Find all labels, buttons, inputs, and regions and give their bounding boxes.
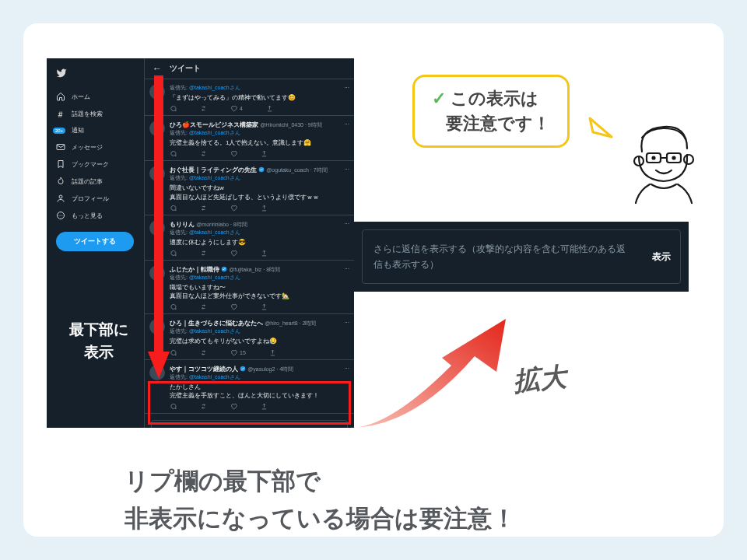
reply-action[interactable] (170, 349, 177, 356)
retweet-action[interactable] (200, 250, 207, 257)
nav-more[interactable]: もっと見る (50, 207, 141, 224)
nav-profile[interactable]: プロフィール (50, 190, 141, 207)
hash-icon: ＃ (56, 109, 65, 118)
like-action[interactable] (230, 205, 237, 212)
share-action[interactable] (261, 150, 268, 157)
retweet-action[interactable] (200, 403, 207, 410)
tweet-item[interactable]: ···ふじたか｜転職侍 @fujitaka_biz · 8時間返信先: @tak… (145, 261, 354, 314)
tweet-item[interactable]: ···おぐ社長｜ライティングの先生 @ogutaku_coach · 7時間返信… (145, 161, 354, 215)
share-action[interactable] (266, 105, 273, 112)
heart-icon (230, 105, 237, 112)
svg-point-5 (62, 215, 63, 216)
mail-icon (56, 142, 65, 152)
main-caption-line2: 非表示になっている場合は要注意！ (124, 505, 516, 532)
hidden-replies-box-small[interactable]: さらに返信を表示する（攻撃的な内容を含む可能性のある返信も表示する） 表示 (151, 420, 348, 428)
tweet-author: おぐ社長｜ライティングの先生 (170, 166, 257, 173)
tweet-item[interactable]: ···ひろ｜生きづらさに悩むあなたへ @hiro_heart8 · 2時間返信先… (145, 314, 354, 359)
verified-badge-icon (240, 366, 246, 372)
compose-tweet-button[interactable]: ツイートする (56, 232, 134, 251)
share-action[interactable] (261, 403, 268, 410)
nav-profile-label: プロフィール (72, 194, 109, 203)
tweet-body: 「まずはやってみる」の精神で動いてます😊 (170, 93, 348, 102)
like-action[interactable] (230, 250, 237, 257)
avatar-icon (149, 365, 165, 380)
tweet-author: ひろ｜生きづらさに悩むあなたへ (170, 320, 263, 327)
retweet-action[interactable] (200, 349, 207, 356)
tweet-author: ふじたか｜転職侍 (170, 266, 219, 273)
tweet-more-icon[interactable]: ··· (344, 220, 349, 227)
reply-action[interactable] (170, 303, 177, 310)
nav-explore-label: 話題を検索 (72, 110, 103, 118)
reply-action[interactable] (170, 205, 177, 212)
tweet-more-icon[interactable]: ··· (344, 121, 349, 128)
avatar-icon (149, 84, 165, 100)
retweet-icon (200, 250, 207, 257)
share-action[interactable] (269, 349, 276, 356)
reply-action[interactable] (170, 150, 177, 157)
reply-action[interactable] (170, 250, 177, 257)
nav-explore[interactable]: ＃ 話題を検索 (50, 105, 141, 122)
tweet-body: 職場でもいますね〜真面目な人ほど案外仕事ができないです🏡 (170, 283, 348, 300)
hidden-replies-box-large[interactable]: さらに返信を表示する（攻撃的な内容を含む可能性のある返信も表示する） 表示 (362, 229, 681, 284)
share-action[interactable] (261, 250, 268, 257)
svg-point-4 (61, 215, 61, 216)
like-action[interactable] (230, 150, 237, 157)
reply-icon (170, 349, 177, 356)
tweet-item[interactable]: ···もりりん @moririnlabo · 8時間返信先: @takashi_… (145, 215, 354, 261)
character-avatar-icon (626, 121, 700, 206)
home-icon (56, 92, 65, 101)
callout-line1: この表示は (451, 89, 538, 108)
like-action[interactable]: 15 (230, 349, 246, 356)
reply-icon (170, 250, 177, 257)
share-action[interactable] (261, 303, 268, 310)
tweet-actions (170, 250, 348, 257)
tweet-item[interactable]: ···やす｜コツコツ継続の人 @yasulog2 · 4時間返信先: @taka… (145, 360, 354, 414)
retweet-action[interactable] (200, 105, 207, 112)
tweet-more-icon[interactable]: ··· (344, 84, 349, 91)
nav-messages-label: メッセージ (72, 143, 103, 152)
heart-icon (230, 349, 237, 356)
nav-home-label: ホーム (72, 93, 90, 101)
nav-notifications-label: 通知 (72, 126, 84, 135)
tweet-more-icon[interactable]: ··· (344, 265, 349, 272)
tweet-item[interactable]: ··· 返信先: @takashi_coachさん「まずはやってみる」の精神で動… (145, 79, 354, 116)
retweet-icon (200, 150, 207, 157)
flame-icon (56, 177, 65, 186)
more-circle-icon (56, 211, 65, 220)
like-action[interactable] (230, 303, 237, 310)
tweet-handle: @hiro_heart8 · 2時間 (265, 320, 316, 326)
svg-point-1 (59, 195, 62, 198)
tweet-actions (170, 403, 348, 410)
nav-notifications[interactable]: 20+ 通知 (50, 122, 141, 138)
reply-action[interactable] (170, 105, 177, 112)
slide-card: ホーム ＃ 話題を検索 20+ 通知 メッセージ ブックマーク 話題の記事 (23, 23, 724, 537)
share-icon (261, 250, 268, 257)
like-action[interactable] (230, 403, 237, 410)
show-replies-button-large[interactable]: 表示 (652, 249, 671, 264)
tweet-actions (170, 205, 348, 212)
tweet-more-icon[interactable]: ··· (344, 166, 349, 173)
retweet-action[interactable] (200, 205, 207, 212)
main-caption-line1: リプ欄の最下部で (124, 467, 321, 495)
like-action[interactable]: 4 (230, 105, 243, 112)
callout-tail-icon (588, 114, 627, 145)
tweet-item[interactable]: ···ひろ🍎スモールビジネス構築家 @Hiromichi_0430 · 9時間返… (145, 116, 354, 161)
nav-bookmarks[interactable]: ブックマーク (50, 156, 141, 173)
share-action[interactable] (261, 205, 268, 212)
nav-home[interactable]: ホーム (50, 88, 141, 105)
nav-bookmarks-label: ブックマーク (72, 160, 109, 169)
warning-callout: ✓この表示は 要注意です！ (412, 75, 570, 148)
svg-point-3 (59, 215, 60, 216)
tweet-actions (170, 303, 348, 310)
retweet-action[interactable] (200, 150, 207, 157)
avatar-icon (149, 220, 165, 236)
retweet-icon (200, 303, 207, 310)
back-arrow-icon[interactable]: ← (153, 63, 162, 74)
person-icon (56, 194, 65, 203)
share-icon (261, 303, 268, 310)
nav-topics[interactable]: 話題の記事 (50, 173, 141, 190)
reply-action[interactable] (170, 403, 177, 410)
retweet-action[interactable] (200, 303, 207, 310)
nav-messages[interactable]: メッセージ (50, 138, 141, 156)
tweet-body: 適度に休むようにします😎 (170, 238, 348, 247)
